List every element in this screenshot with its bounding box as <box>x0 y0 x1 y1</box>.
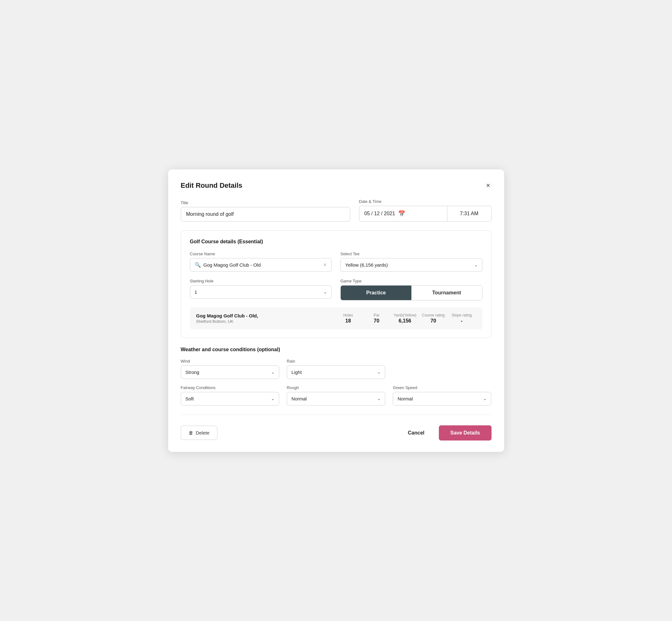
slope-value: - <box>461 318 463 324</box>
course-name-input-wrap[interactable]: 🔍 ✕ <box>190 258 332 272</box>
practice-toggle-button[interactable]: Practice <box>341 286 411 300</box>
golf-section-title: Golf Course details (Essential) <box>190 239 482 245</box>
select-tee-wrap[interactable]: Yellow (6,156 yards) White Red Blue ⌄ <box>340 258 482 272</box>
time-input-wrap[interactable]: 7:31 AM <box>447 206 492 221</box>
time-value: 7:31 AM <box>460 211 478 216</box>
green-speed-dropdown[interactable]: SlowNormalFast <box>393 392 491 406</box>
modal-header: Edit Round Details × <box>181 181 492 190</box>
edit-round-modal: Edit Round Details × Title Date & Time 0… <box>168 169 504 452</box>
green-speed-wrap[interactable]: SlowNormalFast ⌄ <box>393 392 491 406</box>
modal-title: Edit Round Details <box>181 181 243 190</box>
wind-label: Wind <box>181 359 279 364</box>
title-field-group: Title <box>181 200 350 221</box>
starting-hole-dropdown[interactable]: 1234 5678 910 <box>190 285 332 299</box>
yards-value: 6,156 <box>398 318 411 324</box>
rough-dropdown[interactable]: ShortNormalLong <box>287 392 385 406</box>
slope-label: Slope rating <box>452 313 472 318</box>
fairway-group: Fairway Conditions SoftNormalHard ⌄ <box>181 385 279 406</box>
delete-button[interactable]: 🗑 Delete <box>181 426 217 440</box>
weather-section: Weather and course conditions (optional)… <box>181 347 492 406</box>
fairway-label: Fairway Conditions <box>181 385 279 390</box>
slope-stat: Slope rating - <box>448 313 476 324</box>
starting-hole-label: Starting Hole <box>190 279 332 283</box>
starting-hole-wrap[interactable]: 1234 5678 910 ⌄ <box>190 285 332 299</box>
delete-label: Delete <box>196 430 209 436</box>
wind-group: Wind CalmLightModerate StrongVery Strong… <box>181 359 279 379</box>
footer-right: Cancel Save Details <box>402 425 492 441</box>
wind-wrap[interactable]: CalmLightModerate StrongVery Strong ⌄ <box>181 365 279 379</box>
par-value: 70 <box>374 318 380 324</box>
rating-stat: Course rating 70 <box>419 313 448 324</box>
rough-wrap[interactable]: ShortNormalLong ⌄ <box>287 392 385 406</box>
course-name-input[interactable] <box>204 262 321 267</box>
title-label: Title <box>181 200 350 205</box>
course-name-group: Course Name 🔍 ✕ <box>190 251 332 272</box>
green-speed-group: Green Speed SlowNormalFast ⌄ <box>393 385 491 406</box>
game-type-label: Game Type <box>340 279 482 283</box>
select-tee-group: Select Tee Yellow (6,156 yards) White Re… <box>340 251 482 272</box>
yards-label: Yards(Yellow) <box>393 313 416 318</box>
holes-stat: Holes 18 <box>334 313 363 324</box>
trash-icon: 🗑 <box>189 430 194 436</box>
hole-gametype-row: Starting Hole 1234 5678 910 ⌄ Game Type … <box>190 279 482 300</box>
holes-label: Holes <box>343 313 353 318</box>
green-speed-label: Green Speed <box>393 385 491 390</box>
starting-hole-group: Starting Hole 1234 5678 910 ⌄ <box>190 279 332 300</box>
holes-value: 18 <box>345 318 351 324</box>
calendar-icon: 📅 <box>398 210 405 217</box>
search-icon: 🔍 <box>195 262 201 268</box>
rain-group: Rain NoneLightModerateHeavy ⌄ <box>287 359 385 379</box>
rain-dropdown[interactable]: NoneLightModerateHeavy <box>287 365 385 379</box>
course-info-name-text: Gog Magog Golf Club - Old, <box>196 313 334 318</box>
golf-course-section: Golf Course details (Essential) Course N… <box>181 230 492 338</box>
rating-label: Course rating <box>422 313 445 318</box>
course-info-bar: Gog Magog Golf Club - Old, Shelford Bott… <box>190 307 482 329</box>
par-stat: Par 70 <box>363 313 391 324</box>
wind-dropdown[interactable]: CalmLightModerate StrongVery Strong <box>181 365 279 379</box>
rough-label: Rough <box>287 385 385 390</box>
fairway-rough-green-row: Fairway Conditions SoftNormalHard ⌄ Roug… <box>181 385 492 406</box>
wind-rain-row: Wind CalmLightModerate StrongVery Strong… <box>181 359 492 379</box>
rain-label: Rain <box>287 359 385 364</box>
datetime-label: Date & Time <box>359 199 492 204</box>
tournament-toggle-button[interactable]: Tournament <box>411 286 482 300</box>
cancel-button[interactable]: Cancel <box>402 426 430 440</box>
save-button[interactable]: Save Details <box>439 425 491 441</box>
fairway-wrap[interactable]: SoftNormalHard ⌄ <box>181 392 279 406</box>
course-info-location: Shelford Bottom, UK <box>196 319 334 324</box>
weather-title: Weather and course conditions (optional) <box>181 347 492 353</box>
rain-wrap[interactable]: NoneLightModerateHeavy ⌄ <box>287 365 385 379</box>
course-tee-row: Course Name 🔍 ✕ Select Tee Yellow (6,156… <box>190 251 482 272</box>
select-tee-label: Select Tee <box>340 251 482 256</box>
select-tee-dropdown[interactable]: Yellow (6,156 yards) White Red Blue <box>340 258 482 272</box>
clear-icon[interactable]: ✕ <box>323 262 327 267</box>
game-type-group: Game Type Practice Tournament <box>340 279 482 300</box>
datetime-fields: 05 / 12 / 2021 📅 7:31 AM <box>359 206 492 221</box>
course-info-name: Gog Magog Golf Club - Old, Shelford Bott… <box>196 313 334 324</box>
title-input[interactable] <box>181 207 350 221</box>
top-row: Title Date & Time 05 / 12 / 2021 📅 7:31 … <box>181 199 492 221</box>
par-label: Par <box>374 313 380 318</box>
close-button[interactable]: × <box>485 181 492 190</box>
fairway-dropdown[interactable]: SoftNormalHard <box>181 392 279 406</box>
date-value: 05 / 12 / 2021 <box>365 211 395 216</box>
datetime-field-group: Date & Time 05 / 12 / 2021 📅 7:31 AM <box>359 199 492 221</box>
course-name-label: Course Name <box>190 251 332 256</box>
yards-stat: Yards(Yellow) 6,156 <box>391 313 419 324</box>
date-input-wrap[interactable]: 05 / 12 / 2021 📅 <box>359 206 447 221</box>
game-type-toggle: Practice Tournament <box>340 285 482 300</box>
footer-row: 🗑 Delete Cancel Save Details <box>181 422 492 441</box>
rating-value: 70 <box>431 318 436 324</box>
rough-group: Rough ShortNormalLong ⌄ <box>287 385 385 406</box>
